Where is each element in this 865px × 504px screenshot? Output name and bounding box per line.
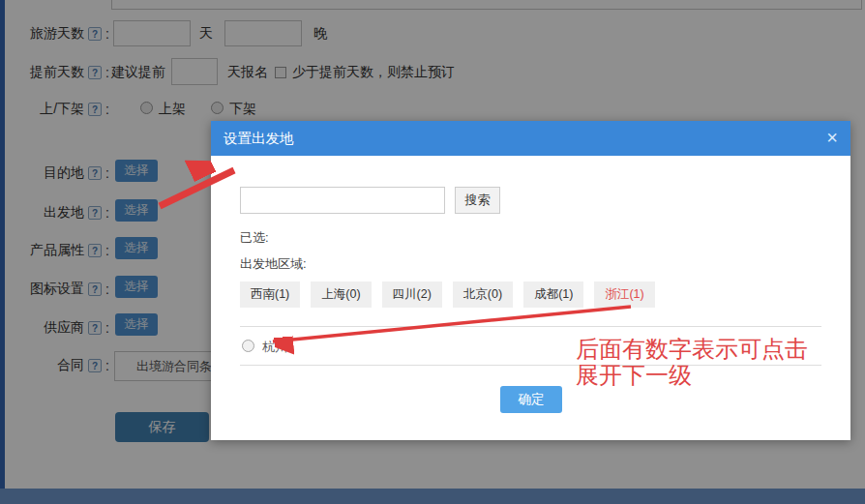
selected-label: 已选: — [240, 229, 269, 247]
annotation-text: 后面有数字表示可点击 展开下一级 — [576, 337, 808, 389]
close-icon[interactable]: × — [826, 125, 838, 150]
modal-title: 设置出发地 — [224, 130, 294, 148]
annotation-line2: 展开下一级 — [576, 363, 808, 389]
confirm-button[interactable]: 确定 — [500, 386, 562, 413]
region-button-row: 西南(1) 上海(0) 四川(2) 北京(0) 成都(1) 浙江(1) — [240, 282, 655, 308]
region-group-label: 出发地区域: — [240, 255, 307, 273]
divider — [240, 326, 821, 327]
region-search-input[interactable] — [240, 187, 445, 214]
region-button-xinan[interactable]: 西南(1) — [240, 282, 300, 308]
city-radio-hangzhou[interactable] — [242, 340, 254, 352]
region-button-beijing[interactable]: 北京(0) — [453, 282, 513, 308]
search-button[interactable]: 搜索 — [455, 187, 500, 214]
annotation-line1: 后面有数字表示可点击 — [576, 337, 808, 363]
region-button-shanghai[interactable]: 上海(0) — [311, 282, 371, 308]
departure-settings-modal: 设置出发地 × 搜索 已选: 出发地区域: 西南(1) 上海(0) 四川(2) … — [211, 121, 850, 440]
region-button-chengdu[interactable]: 成都(1) — [523, 282, 583, 308]
region-button-zhejiang[interactable]: 浙江(1) — [594, 282, 654, 308]
modal-header: 设置出发地 × — [211, 121, 850, 156]
city-radio-label: 杭州 — [262, 339, 287, 356]
region-button-sichuan[interactable]: 四川(2) — [382, 282, 442, 308]
